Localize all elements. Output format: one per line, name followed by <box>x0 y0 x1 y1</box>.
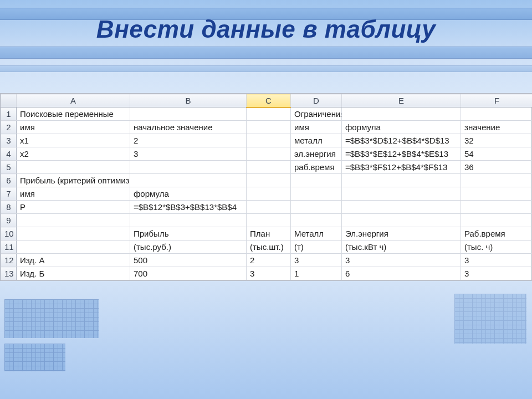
cell-E9[interactable] <box>342 214 461 227</box>
row-header-11[interactable]: 11 <box>1 241 17 254</box>
cell-B8[interactable]: =$B$12*$B$3+$B$13*$B$4 <box>130 201 247 214</box>
cell-C3[interactable] <box>247 134 291 147</box>
cell-D4[interactable]: эл.энергия <box>291 147 342 161</box>
cell-F4[interactable]: 54 <box>461 147 533 161</box>
cell-D12[interactable]: 3 <box>291 254 342 267</box>
cell-A12[interactable]: Изд. А <box>17 254 130 267</box>
cell-C2[interactable] <box>247 121 291 134</box>
row-header-3[interactable]: 3 <box>1 134 17 147</box>
cell-B1[interactable] <box>130 108 247 121</box>
row-header-4[interactable]: 4 <box>1 147 17 161</box>
row-header-10[interactable]: 10 <box>1 227 17 241</box>
cell-A7[interactable]: имя <box>17 187 130 201</box>
cell-B12[interactable]: 500 <box>130 254 247 267</box>
cell-B3[interactable]: 2 <box>130 134 247 147</box>
cell-C4[interactable] <box>247 147 291 161</box>
cell-D8[interactable] <box>291 201 342 214</box>
cell-E8[interactable] <box>342 201 461 214</box>
cell-F12[interactable]: 3 <box>461 254 533 267</box>
cell-A6[interactable]: Прибыль (критерий оптимизации) <box>17 174 130 187</box>
cell-C11[interactable]: (тыс.шт.) <box>247 241 291 254</box>
cell-F7[interactable] <box>461 187 533 201</box>
cell-B4[interactable]: 3 <box>130 147 247 161</box>
row-header-2[interactable]: 2 <box>1 121 17 134</box>
cell-F3[interactable]: 32 <box>461 134 533 147</box>
cell-F6[interactable] <box>461 174 533 187</box>
col-header-f[interactable]: F <box>461 94 533 108</box>
cell-F1[interactable] <box>461 108 533 121</box>
cell-D5[interactable]: раб.время <box>291 161 342 174</box>
cell-E3[interactable]: =$B$3*$D$12+$B$4*$D$13 <box>342 134 461 147</box>
cell-E4[interactable]: =$B$3*$E$12+$B$4*$E$13 <box>342 147 461 161</box>
cell-E11[interactable]: (тыс.кВт ч) <box>342 241 461 254</box>
cell-B7[interactable]: формула <box>130 187 247 201</box>
row-header-8[interactable]: 8 <box>1 201 17 214</box>
cell-F2[interactable]: значение <box>461 121 533 134</box>
cell-D10[interactable]: Металл <box>291 227 342 241</box>
cell-F13[interactable]: 3 <box>461 267 533 280</box>
cell-D1[interactable]: Ограничения <box>291 108 342 121</box>
cell-D6[interactable] <box>291 174 342 187</box>
cell-D2[interactable]: имя <box>291 121 342 134</box>
table-row: 3x12металл=$B$3*$D$12+$B$4*$D$1332 <box>1 134 533 147</box>
cell-C13[interactable]: 3 <box>247 267 291 280</box>
row-header-5[interactable]: 5 <box>1 161 17 174</box>
cell-A4[interactable]: x2 <box>17 147 130 161</box>
col-header-c[interactable]: C <box>247 94 291 108</box>
cell-E13[interactable]: 6 <box>342 267 461 280</box>
slide-title-area: Внести данные в таблицу <box>0 0 532 43</box>
cell-D11[interactable]: (т) <box>291 241 342 254</box>
row-header-1[interactable]: 1 <box>1 108 17 121</box>
cell-E1[interactable] <box>342 108 461 121</box>
cell-A2[interactable]: имя <box>17 121 130 134</box>
cell-E6[interactable] <box>342 174 461 187</box>
cell-D13[interactable]: 1 <box>291 267 342 280</box>
cell-A11[interactable] <box>17 241 130 254</box>
cell-A9[interactable] <box>17 214 130 227</box>
row-header-9[interactable]: 9 <box>1 214 17 227</box>
cell-E2[interactable]: формула <box>342 121 461 134</box>
col-header-e[interactable]: E <box>342 94 461 108</box>
row-header-12[interactable]: 12 <box>1 254 17 267</box>
cell-B2[interactable]: начальное значение <box>130 121 247 134</box>
cell-A13[interactable]: Изд. Б <box>17 267 130 280</box>
cell-B5[interactable] <box>130 161 247 174</box>
cell-E10[interactable]: Эл.энергия <box>342 227 461 241</box>
row-header-6[interactable]: 6 <box>1 174 17 187</box>
cell-C7[interactable] <box>247 187 291 201</box>
cell-D9[interactable] <box>291 214 342 227</box>
cell-B11[interactable]: (тыс.руб.) <box>130 241 247 254</box>
cell-F8[interactable] <box>461 201 533 214</box>
cell-A3[interactable]: x1 <box>17 134 130 147</box>
cell-A1[interactable]: Поисковые переменные <box>17 108 130 121</box>
cell-B9[interactable] <box>130 214 247 227</box>
cell-A5[interactable] <box>17 161 130 174</box>
row-header-13[interactable]: 13 <box>1 267 17 280</box>
cell-A10[interactable] <box>17 227 130 241</box>
cell-C12[interactable]: 2 <box>247 254 291 267</box>
cell-D3[interactable]: металл <box>291 134 342 147</box>
cell-A8[interactable]: P <box>17 201 130 214</box>
cell-B13[interactable]: 700 <box>130 267 247 280</box>
cell-B6[interactable] <box>130 174 247 187</box>
col-header-b[interactable]: B <box>130 94 247 108</box>
cell-C9[interactable] <box>247 214 291 227</box>
cell-B10[interactable]: Прибыль <box>130 227 247 241</box>
cell-C8[interactable] <box>247 201 291 214</box>
cell-F9[interactable] <box>461 214 533 227</box>
col-header-d[interactable]: D <box>291 94 342 108</box>
cell-F11[interactable]: (тыс. ч) <box>461 241 533 254</box>
cell-E12[interactable]: 3 <box>342 254 461 267</box>
cell-E7[interactable] <box>342 187 461 201</box>
cell-D7[interactable] <box>291 187 342 201</box>
cell-F10[interactable]: Раб.время <box>461 227 533 241</box>
cell-C10[interactable]: План <box>247 227 291 241</box>
cell-E5[interactable]: =$B$3*$F$12+$B$4*$F$13 <box>342 161 461 174</box>
select-all-corner[interactable] <box>1 94 17 108</box>
col-header-a[interactable]: A <box>17 94 130 108</box>
cell-C6[interactable] <box>247 174 291 187</box>
cell-C5[interactable] <box>247 161 291 174</box>
cell-F5[interactable]: 36 <box>461 161 533 174</box>
cell-C1[interactable] <box>247 108 291 121</box>
row-header-7[interactable]: 7 <box>1 187 17 201</box>
